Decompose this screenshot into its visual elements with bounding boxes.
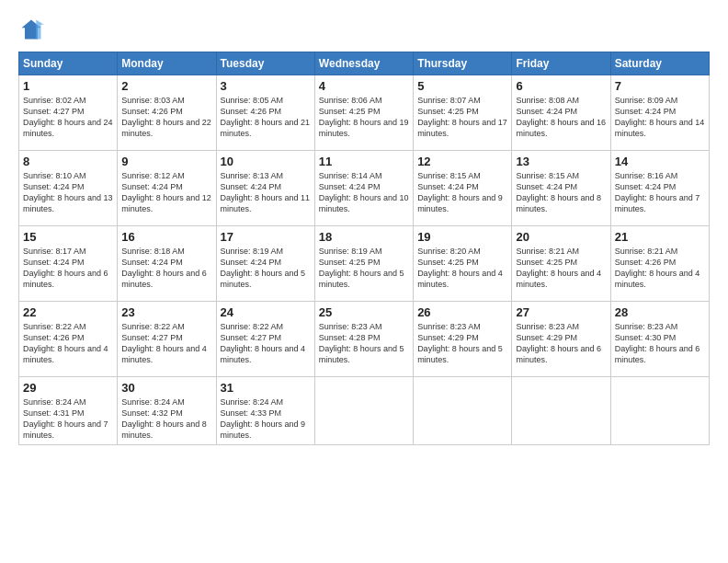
day-number: 16: [121, 230, 211, 244]
day-number: 27: [516, 305, 606, 319]
day-of-week-header: Monday: [118, 52, 216, 75]
day-info: Sunrise: 8:16 AMSunset: 4:24 PMDaylight:…: [615, 170, 705, 215]
day-of-week-header: Saturday: [610, 52, 709, 75]
calendar-table: SundayMondayTuesdayWednesdayThursdayFrid…: [18, 52, 710, 445]
calendar-day-cell: 21Sunrise: 8:21 AMSunset: 4:26 PMDayligh…: [610, 226, 709, 302]
calendar-body: 1Sunrise: 8:02 AMSunset: 4:27 PMDaylight…: [19, 75, 710, 445]
day-info: Sunrise: 8:24 AMSunset: 4:31 PMDaylight:…: [23, 396, 113, 442]
day-number: 17: [221, 230, 311, 244]
page: SundayMondayTuesdayWednesdayThursdayFrid…: [0, 0, 728, 563]
day-number: 7: [615, 79, 705, 93]
calendar-day-cell: 23Sunrise: 8:22 AMSunset: 4:27 PMDayligh…: [118, 302, 216, 377]
day-info: Sunrise: 8:21 AMSunset: 4:25 PMDaylight:…: [516, 246, 606, 291]
logo-icon: [18, 17, 44, 42]
day-number: 14: [615, 155, 705, 168]
day-info: Sunrise: 8:23 AMSunset: 4:30 PMDaylight:…: [615, 321, 705, 366]
calendar-day-cell: 6Sunrise: 8:08 AMSunset: 4:24 PMDaylight…: [512, 75, 610, 151]
day-info: Sunrise: 8:15 AMSunset: 4:24 PMDaylight:…: [417, 170, 507, 215]
day-number: 23: [121, 305, 211, 319]
day-number: 18: [319, 230, 409, 244]
day-info: Sunrise: 8:10 AMSunset: 4:24 PMDaylight:…: [23, 170, 113, 215]
day-info: Sunrise: 8:21 AMSunset: 4:26 PMDaylight:…: [615, 246, 705, 291]
day-number: 29: [23, 381, 113, 395]
calendar-day-cell: 15Sunrise: 8:17 AMSunset: 4:24 PMDayligh…: [19, 226, 118, 302]
day-of-week-header: Wednesday: [314, 52, 413, 75]
calendar-day-cell: 31Sunrise: 8:24 AMSunset: 4:33 PMDayligh…: [216, 377, 314, 445]
day-info: Sunrise: 8:19 AMSunset: 4:25 PMDaylight:…: [319, 246, 409, 291]
day-info: Sunrise: 8:22 AMSunset: 4:27 PMDaylight:…: [221, 321, 311, 366]
day-of-week-header: Friday: [512, 52, 610, 75]
day-number: 6: [516, 79, 606, 93]
day-info: Sunrise: 8:05 AMSunset: 4:26 PMDaylight:…: [221, 95, 311, 140]
calendar-day-cell: 12Sunrise: 8:15 AMSunset: 4:24 PMDayligh…: [414, 151, 512, 226]
calendar-week-row: 1Sunrise: 8:02 AMSunset: 4:27 PMDaylight…: [19, 75, 710, 151]
calendar-day-cell: 30Sunrise: 8:24 AMSunset: 4:32 PMDayligh…: [118, 377, 216, 445]
day-number: 10: [221, 155, 311, 168]
day-number: 31: [221, 381, 311, 395]
calendar-day-cell: 26Sunrise: 8:23 AMSunset: 4:29 PMDayligh…: [414, 302, 512, 377]
svg-marker-1: [36, 20, 44, 40]
calendar-day-cell: 20Sunrise: 8:21 AMSunset: 4:25 PMDayligh…: [512, 226, 610, 302]
calendar-day-cell: 25Sunrise: 8:23 AMSunset: 4:28 PMDayligh…: [314, 302, 413, 377]
header: [18, 17, 710, 42]
day-info: Sunrise: 8:08 AMSunset: 4:24 PMDaylight:…: [516, 95, 606, 140]
day-info: Sunrise: 8:19 AMSunset: 4:24 PMDaylight:…: [221, 246, 311, 291]
calendar-header-row: SundayMondayTuesdayWednesdayThursdayFrid…: [19, 52, 710, 75]
day-info: Sunrise: 8:12 AMSunset: 4:24 PMDaylight:…: [121, 170, 211, 215]
calendar-day-cell: 13Sunrise: 8:15 AMSunset: 4:24 PMDayligh…: [512, 151, 610, 226]
day-number: 12: [417, 155, 507, 168]
day-of-week-header: Thursday: [414, 52, 512, 75]
calendar-day-cell: 7Sunrise: 8:09 AMSunset: 4:24 PMDaylight…: [610, 75, 709, 151]
calendar-day-cell: 2Sunrise: 8:03 AMSunset: 4:26 PMDaylight…: [118, 75, 216, 151]
calendar-day-cell: 17Sunrise: 8:19 AMSunset: 4:24 PMDayligh…: [216, 226, 314, 302]
day-number: 8: [23, 155, 113, 168]
calendar-day-cell: [314, 377, 413, 445]
logo: [18, 17, 48, 42]
day-number: 15: [23, 230, 113, 244]
day-number: 28: [615, 305, 705, 319]
day-number: 24: [221, 305, 311, 319]
day-number: 25: [319, 305, 409, 319]
day-of-week-header: Sunday: [19, 52, 118, 75]
day-info: Sunrise: 8:23 AMSunset: 4:29 PMDaylight:…: [417, 321, 507, 366]
day-info: Sunrise: 8:23 AMSunset: 4:28 PMDaylight:…: [319, 321, 409, 366]
calendar-day-cell: 1Sunrise: 8:02 AMSunset: 4:27 PMDaylight…: [19, 75, 118, 151]
day-info: Sunrise: 8:18 AMSunset: 4:24 PMDaylight:…: [121, 246, 211, 291]
day-number: 4: [319, 79, 409, 93]
calendar-day-cell: 24Sunrise: 8:22 AMSunset: 4:27 PMDayligh…: [216, 302, 314, 377]
day-info: Sunrise: 8:14 AMSunset: 4:24 PMDaylight:…: [319, 170, 409, 215]
calendar-day-cell: 8Sunrise: 8:10 AMSunset: 4:24 PMDaylight…: [19, 151, 118, 226]
calendar-day-cell: 16Sunrise: 8:18 AMSunset: 4:24 PMDayligh…: [118, 226, 216, 302]
calendar-day-cell: 5Sunrise: 8:07 AMSunset: 4:25 PMDaylight…: [414, 75, 512, 151]
day-number: 3: [221, 79, 311, 93]
day-number: 19: [417, 230, 507, 244]
day-number: 13: [516, 155, 606, 168]
day-number: 5: [417, 79, 507, 93]
calendar-day-cell: 9Sunrise: 8:12 AMSunset: 4:24 PMDaylight…: [118, 151, 216, 226]
calendar-day-cell: 10Sunrise: 8:13 AMSunset: 4:24 PMDayligh…: [216, 151, 314, 226]
day-info: Sunrise: 8:03 AMSunset: 4:26 PMDaylight:…: [121, 95, 211, 140]
day-number: 11: [319, 155, 409, 168]
day-number: 21: [615, 230, 705, 244]
calendar-day-cell: 18Sunrise: 8:19 AMSunset: 4:25 PMDayligh…: [314, 226, 413, 302]
calendar-day-cell: 14Sunrise: 8:16 AMSunset: 4:24 PMDayligh…: [610, 151, 709, 226]
day-info: Sunrise: 8:22 AMSunset: 4:26 PMDaylight:…: [23, 321, 113, 366]
calendar-week-row: 15Sunrise: 8:17 AMSunset: 4:24 PMDayligh…: [19, 226, 710, 302]
day-number: 22: [23, 305, 113, 319]
calendar-week-row: 8Sunrise: 8:10 AMSunset: 4:24 PMDaylight…: [19, 151, 710, 226]
day-of-week-header: Tuesday: [216, 52, 314, 75]
day-info: Sunrise: 8:07 AMSunset: 4:25 PMDaylight:…: [417, 95, 507, 140]
calendar-day-cell: 11Sunrise: 8:14 AMSunset: 4:24 PMDayligh…: [314, 151, 413, 226]
day-info: Sunrise: 8:22 AMSunset: 4:27 PMDaylight:…: [121, 321, 211, 366]
day-info: Sunrise: 8:09 AMSunset: 4:24 PMDaylight:…: [615, 95, 705, 140]
calendar-day-cell: [414, 377, 512, 445]
day-info: Sunrise: 8:17 AMSunset: 4:24 PMDaylight:…: [23, 246, 113, 291]
day-info: Sunrise: 8:06 AMSunset: 4:25 PMDaylight:…: [319, 95, 409, 140]
calendar-day-cell: 29Sunrise: 8:24 AMSunset: 4:31 PMDayligh…: [19, 377, 118, 445]
calendar-day-cell: 22Sunrise: 8:22 AMSunset: 4:26 PMDayligh…: [19, 302, 118, 377]
calendar-day-cell: 3Sunrise: 8:05 AMSunset: 4:26 PMDaylight…: [216, 75, 314, 151]
day-number: 20: [516, 230, 606, 244]
day-info: Sunrise: 8:20 AMSunset: 4:25 PMDaylight:…: [417, 246, 507, 291]
day-number: 26: [417, 305, 507, 319]
day-number: 30: [121, 381, 211, 395]
